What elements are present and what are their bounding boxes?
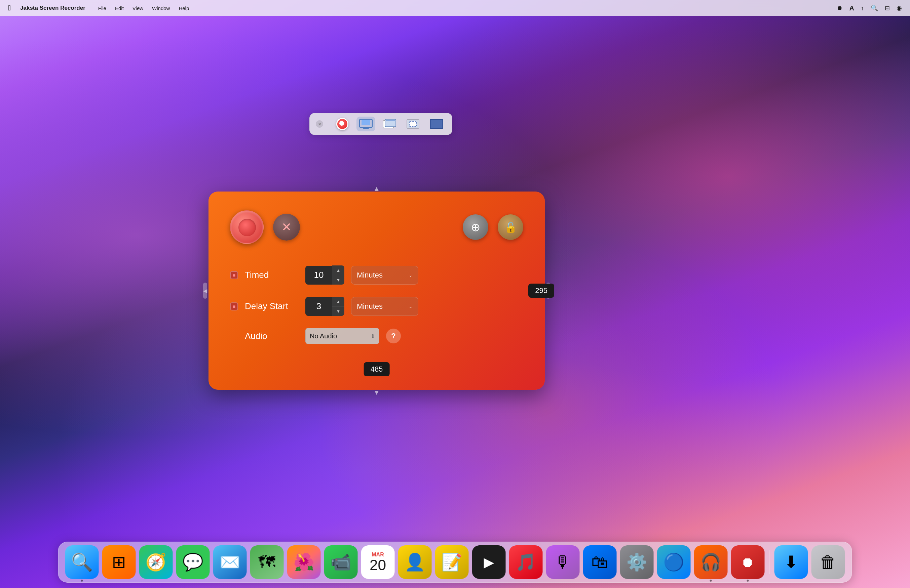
zoom-icon: ⊕ — [471, 220, 480, 234]
timed-dropdown-chevron: ⌄ — [409, 273, 413, 278]
menubar:  Jaksta Screen Recorder File Edit View … — [0, 0, 910, 16]
finder-icon: 🔍 — [71, 552, 93, 573]
dock-item-trash[interactable]: 🗑 — [811, 545, 845, 579]
toolbar-close-button[interactable]: ✕ — [316, 120, 323, 128]
calendar-date: MAR 20 — [369, 552, 386, 573]
dock-item-calendar[interactable]: MAR 20 — [361, 545, 395, 579]
panel-resize-top[interactable]: ▲ — [373, 185, 380, 192]
dock-item-system-preferences[interactable]: ⚙️ — [620, 545, 654, 579]
timed-unit-dropdown[interactable]: Minutes ⌄ — [351, 266, 418, 284]
delay-start-value-input[interactable] — [305, 297, 332, 316]
dock-item-facetime[interactable]: 📹 — [324, 545, 358, 579]
toolbar-region-button[interactable] — [403, 116, 423, 131]
timed-checkbox[interactable]: ■ — [230, 271, 238, 279]
music-icon: 🎵 — [515, 552, 536, 572]
svg-rect-10 — [431, 120, 442, 128]
search-icon[interactable]: 🔍 — [871, 4, 878, 12]
dock-item-downloads[interactable]: ⬇ — [774, 545, 808, 579]
dock-item-finder[interactable]: 🔍 — [65, 545, 99, 579]
panel-resize-left[interactable]: ◀ — [203, 283, 207, 299]
dock-item-mymind[interactable]: 🔵 — [657, 545, 691, 579]
arrow-icon[interactable]: ↑ — [861, 5, 864, 12]
delay-dropdown-chevron: ⌄ — [409, 304, 413, 309]
timed-value-input[interactable] — [305, 266, 332, 284]
dock: 🔍 ⊞ 🧭 💬 ✉️ 🗺 🌺 📹 MAR 20 👤 📝 — [58, 542, 852, 583]
appletv-icon: ▶ — [484, 554, 494, 570]
cancel-button[interactable]: ✕ — [273, 214, 300, 241]
font-icon[interactable]: A — [850, 4, 854, 12]
audio-row: Audio No Audio ⇕ ? — [230, 328, 523, 344]
delay-start-unit-dropdown[interactable]: Minutes ⌄ — [351, 297, 418, 316]
recording-panel: ▲ ◀ ▼ 295 ✕ ⊕ 🔓 ■ Timed ▲ — [209, 192, 545, 390]
user-icon[interactable]: ◉ — [897, 4, 902, 12]
mymind-icon: 🔵 — [664, 552, 684, 572]
timed-arrows: ▲ ▼ — [332, 265, 344, 284]
downloads-icon: ⬇ — [784, 552, 798, 572]
menu-edit[interactable]: Edit — [112, 4, 127, 13]
zoom-button[interactable]: ⊕ — [463, 214, 488, 240]
dock-item-notes[interactable]: 📝 — [435, 545, 469, 579]
dock-item-safari[interactable]: 🧭 — [139, 545, 173, 579]
toolbar-fullscreen-button[interactable] — [427, 116, 446, 131]
timed-stepper: ▲ ▼ — [305, 265, 344, 284]
delay-start-decrement[interactable]: ▼ — [332, 307, 344, 316]
maps-icon: 🗺 — [259, 552, 275, 572]
dock-item-contacts[interactable]: 👤 — [398, 545, 432, 579]
delay-start-unit-label: Minutes — [357, 302, 383, 311]
podcasts-icon: 🎙 — [555, 552, 572, 572]
svg-rect-3 — [363, 128, 369, 129]
contacts-icon: 👤 — [405, 552, 426, 572]
notes-icon: 📝 — [442, 552, 462, 572]
panel-buttons-row: ✕ ⊕ 🔓 — [230, 210, 523, 244]
dock-separator — [769, 550, 770, 574]
menu-file[interactable]: File — [95, 4, 110, 13]
toolbar-divider — [328, 119, 328, 129]
screen-recorder-tray-icon[interactable]: ⏺ — [837, 5, 843, 12]
badge-485: 485 — [364, 362, 390, 376]
audio-value-label: No Audio — [310, 332, 337, 340]
delay-start-stepper: ▲ ▼ — [305, 297, 344, 316]
timed-row: ■ Timed ▲ ▼ Minutes ⌄ — [230, 265, 523, 284]
audio-dropdown[interactable]: No Audio ⇕ — [305, 328, 379, 344]
dock-item-jaksta[interactable]: ⏺ — [731, 545, 765, 579]
photos-icon: 🌺 — [293, 552, 314, 572]
panel-resize-bottom[interactable]: ▼ — [373, 389, 380, 396]
timed-decrement[interactable]: ▼ — [332, 275, 344, 284]
timed-increment[interactable]: ▲ — [332, 265, 344, 275]
dock-item-headphone-control[interactable]: 🎧 — [694, 545, 728, 579]
dock-item-launchpad[interactable]: ⊞ — [102, 545, 136, 579]
finder-dot — [81, 580, 83, 582]
fullscreen-capture-icon — [429, 119, 444, 129]
messages-icon: 💬 — [183, 552, 204, 572]
lock-button[interactable]: 🔓 — [498, 214, 523, 240]
menu-view[interactable]: View — [129, 4, 147, 13]
toolbar-window-button[interactable] — [380, 116, 399, 131]
apple-menu-icon[interactable]:  — [8, 4, 11, 13]
dock-item-appletv[interactable]: ▶ — [472, 545, 506, 579]
screen-capture-icon — [359, 119, 373, 129]
dock-item-music[interactable]: 🎵 — [509, 545, 543, 579]
svg-rect-6 — [386, 120, 395, 121]
app-name[interactable]: Jaksta Screen Recorder — [20, 5, 86, 11]
audio-help-button[interactable]: ? — [386, 329, 401, 343]
trash-icon: 🗑 — [820, 552, 837, 572]
dock-item-messages[interactable]: 💬 — [176, 545, 210, 579]
menu-window[interactable]: Window — [149, 4, 173, 13]
dock-item-podcasts[interactable]: 🎙 — [546, 545, 580, 579]
toolbar-screen-button[interactable] — [356, 116, 375, 131]
delay-start-checkbox[interactable]: ■ — [230, 302, 238, 310]
dock-item-appstore[interactable]: 🛍 — [583, 545, 617, 579]
jaksta-dock-icon: ⏺ — [741, 555, 755, 570]
jaksta-dot — [747, 580, 749, 582]
menu-help[interactable]: Help — [175, 4, 193, 13]
cancel-icon: ✕ — [282, 220, 291, 234]
dock-item-mail[interactable]: ✉️ — [213, 545, 247, 579]
dock-item-maps[interactable]: 🗺 — [250, 545, 284, 579]
mail-icon: ✉️ — [220, 552, 240, 572]
delay-start-increment[interactable]: ▲ — [332, 297, 344, 306]
control-center-icon[interactable]: ⊟ — [885, 4, 890, 12]
dock-item-photos[interactable]: 🌺 — [287, 545, 321, 579]
menubar-items: File Edit View Window Help — [95, 4, 193, 13]
record-button[interactable] — [230, 210, 264, 244]
toolbar-record-button[interactable] — [333, 116, 352, 131]
